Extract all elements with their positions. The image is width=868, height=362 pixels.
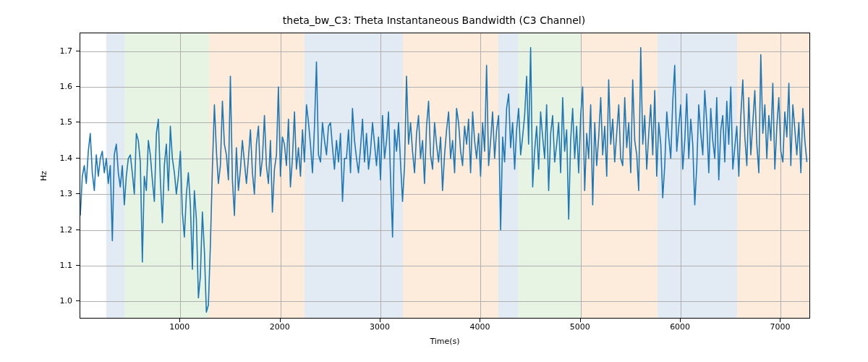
- tick-mark: [76, 193, 80, 194]
- tick-mark: [76, 51, 80, 51]
- x-tick-label: 1000: [169, 322, 190, 332]
- x-axis-label: Time(s): [80, 337, 810, 346]
- x-tick-label: 5000: [570, 322, 590, 332]
- chart-title: theta_bw_C3: Theta Instantaneous Bandwid…: [0, 14, 868, 26]
- x-tick-label: 4000: [469, 322, 490, 332]
- y-axis-label: Hz: [36, 33, 51, 319]
- tick-mark: [76, 122, 80, 122]
- x-tick-label: 7000: [770, 322, 790, 332]
- plot-area: [80, 33, 810, 319]
- tick-mark: [76, 230, 80, 230]
- tick-mark: [76, 300, 80, 301]
- x-tick-label: 3000: [370, 322, 390, 332]
- series-line: [80, 48, 807, 312]
- line-series: [80, 33, 810, 319]
- tick-mark: [76, 265, 80, 266]
- x-tick-label: 6000: [670, 322, 690, 332]
- tick-mark: [76, 158, 80, 159]
- axes: 1000200030004000500060007000 1.01.11.21.…: [80, 33, 810, 319]
- figure: theta_bw_C3: Theta Instantaneous Bandwid…: [0, 0, 868, 362]
- x-tick-label: 2000: [270, 322, 290, 332]
- tick-mark: [76, 86, 80, 87]
